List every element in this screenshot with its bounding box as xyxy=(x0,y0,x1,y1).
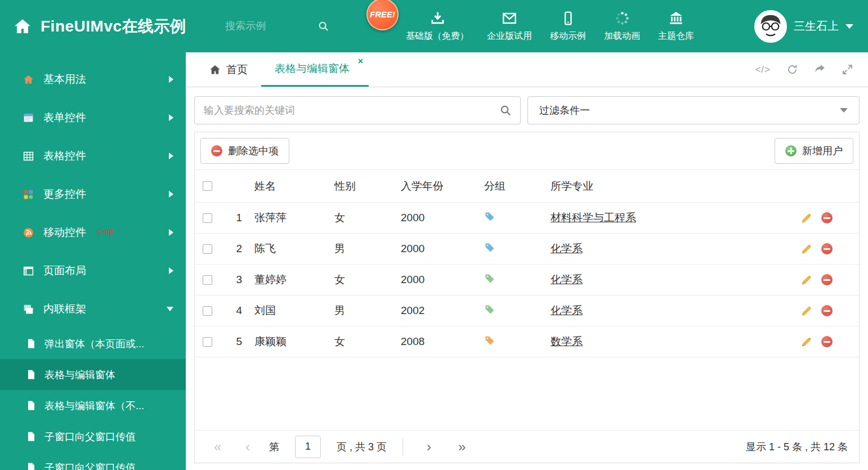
select-all-checkbox[interactable] xyxy=(203,181,212,191)
sidebar-item-more-controls[interactable]: 更多控件 xyxy=(0,175,186,213)
close-icon[interactable]: × xyxy=(358,57,363,66)
share-icon[interactable] xyxy=(814,64,826,75)
bank-icon xyxy=(668,11,684,26)
spinner-icon xyxy=(615,11,630,26)
filter-dropdown[interactable]: 过滤条件一 xyxy=(527,96,860,124)
row-actions xyxy=(800,243,854,255)
tab-tools: </> xyxy=(755,52,868,87)
first-page-icon[interactable]: « xyxy=(206,440,222,454)
delete-selected-button[interactable]: 删除选中项 xyxy=(200,138,289,164)
add-user-button[interactable]: 新增用户 xyxy=(775,138,853,164)
refresh-icon[interactable] xyxy=(786,64,798,75)
major-link[interactable]: 化学系 xyxy=(551,243,583,254)
row-checkbox[interactable] xyxy=(203,275,212,285)
row-checkbox[interactable] xyxy=(203,244,212,254)
main-area: 首页 表格与编辑窗体 × </> xyxy=(186,52,868,470)
filter-row: 过滤条件一 xyxy=(194,96,860,124)
header-search-input[interactable] xyxy=(225,20,310,32)
sidebar-item-mobile-controls[interactable]: 移动控件 Corp. xyxy=(0,213,186,252)
sidebar-item-page-layout[interactable]: 页面布局 xyxy=(0,252,186,290)
sidebar-subitem-grid-edit-window[interactable]: 表格与编辑窗体 xyxy=(0,359,186,390)
nav-item-basic-edition[interactable]: FREE! 基础版（免费） xyxy=(406,4,469,49)
nav-item-mobile-demo[interactable]: 移动示例 xyxy=(550,4,586,49)
major-link[interactable]: 化学系 xyxy=(551,305,583,316)
cell-gender: 女 xyxy=(330,326,396,357)
delete-icon[interactable] xyxy=(821,212,833,223)
next-page-icon[interactable]: › xyxy=(419,440,435,454)
page-number-input[interactable] xyxy=(295,436,321,458)
sidebar-subitem-popup-window[interactable]: 弹出窗体（本页面或... xyxy=(0,328,186,359)
nav-item-enterprise-trial[interactable]: 企业版试用 xyxy=(487,4,532,49)
chevron-right-icon xyxy=(169,191,173,198)
sidebar-item-label: 基本用法 xyxy=(43,72,86,87)
delete-icon[interactable] xyxy=(821,305,833,316)
free-badge: FREE! xyxy=(366,0,399,30)
row-actions xyxy=(800,305,854,317)
row-checkbox[interactable] xyxy=(203,306,212,316)
sidebar-item-grid-controls[interactable]: 表格控件 xyxy=(0,137,186,175)
sidebar-item-form-controls[interactable]: 表单控件 xyxy=(0,99,186,137)
keyword-search-box xyxy=(194,96,521,124)
delete-icon[interactable] xyxy=(821,243,833,254)
user-menu[interactable]: 三生石上 xyxy=(754,10,853,43)
fullscreen-icon[interactable] xyxy=(842,64,853,75)
table-row: 3 董婷婷 女 2000 化学系 xyxy=(195,265,859,296)
sidebar-subitem-child-to-parent-2[interactable]: 子窗口向父窗口传值... xyxy=(0,452,186,470)
header-search xyxy=(225,20,346,33)
chevron-right-icon xyxy=(169,153,173,159)
cell-name: 陈飞 xyxy=(250,234,330,265)
source-code-icon[interactable]: </> xyxy=(755,64,771,75)
col-header-actions xyxy=(796,170,859,203)
cell-gender: 男 xyxy=(330,296,396,326)
tab-home[interactable]: 首页 xyxy=(196,52,261,87)
row-checkbox[interactable] xyxy=(203,337,212,347)
sidebar-item-label: 表单控件 xyxy=(43,110,86,125)
file-icon xyxy=(26,400,37,411)
nav-item-theme-repository[interactable]: 主题仓库 xyxy=(658,4,694,49)
edit-icon[interactable] xyxy=(800,305,812,317)
brand[interactable]: FineUIMvc在线示例 xyxy=(0,16,225,37)
corp-badge: Corp. xyxy=(97,227,115,236)
search-icon[interactable] xyxy=(317,20,330,33)
major-link[interactable]: 化学系 xyxy=(551,274,583,285)
search-icon[interactable] xyxy=(491,97,520,124)
row-checkbox[interactable] xyxy=(203,213,212,223)
cell-year: 2002 xyxy=(396,296,480,326)
nav-item-loading-animation[interactable]: 加载动画 xyxy=(604,4,640,49)
sidebar-item-inline-frame[interactable]: 内联框架 xyxy=(0,290,186,328)
row-index: 1 xyxy=(223,203,250,234)
prev-page-icon[interactable]: ‹ xyxy=(238,440,253,454)
major-link[interactable]: 数学系 xyxy=(551,335,583,347)
last-page-icon[interactable]: » xyxy=(450,440,466,454)
frame-icon xyxy=(23,303,34,315)
cell-name: 刘国 xyxy=(250,296,330,326)
app-root: FineUIMvc在线示例 FREE! 基础版（免费） 企业版试用 xyxy=(0,0,868,470)
sidebar-item-label: 更多控件 xyxy=(43,187,86,202)
edit-icon[interactable] xyxy=(800,243,812,255)
sidebar-subitem-child-to-parent[interactable]: 子窗口向父窗口传值 xyxy=(0,421,186,452)
edit-icon[interactable] xyxy=(800,212,812,224)
row-actions xyxy=(800,212,854,224)
cell-gender: 女 xyxy=(330,203,396,234)
sidebar-item-basic-usage[interactable]: 基本用法 xyxy=(0,60,186,99)
sidebar-item-label: 页面布局 xyxy=(43,263,86,278)
row-index: 3 xyxy=(223,265,250,296)
keyword-input[interactable] xyxy=(195,105,491,117)
major-link[interactable]: 材料科学与工程系 xyxy=(551,212,636,223)
edit-icon[interactable] xyxy=(800,274,812,286)
tab-label: 表格与编辑窗体 xyxy=(275,61,350,76)
sidebar-subitem-label: 子窗口向父窗口传值... xyxy=(44,461,144,470)
delete-icon[interactable] xyxy=(821,336,833,347)
grid-empty-space xyxy=(195,357,859,430)
edit-icon[interactable] xyxy=(800,336,812,348)
file-icon xyxy=(26,462,37,470)
top-header: FineUIMvc在线示例 FREE! 基础版（免费） 企业版试用 xyxy=(0,0,868,52)
sidebar-subitem-grid-edit-window-2[interactable]: 表格与编辑窗体（不... xyxy=(0,390,186,421)
chevron-right-icon xyxy=(169,76,173,83)
tab-grid-edit-window[interactable]: 表格与编辑窗体 × xyxy=(261,52,369,87)
file-icon xyxy=(26,369,37,380)
row-index: 4 xyxy=(223,296,250,326)
header-nav: FREE! 基础版（免费） 企业版试用 移动示例 xyxy=(365,4,694,49)
delete-icon[interactable] xyxy=(821,274,833,285)
pagination-bar: « ‹ 第 页 , 共 3 页 › » 显示 1 - 5 条 , 共 12 条 xyxy=(195,430,859,463)
